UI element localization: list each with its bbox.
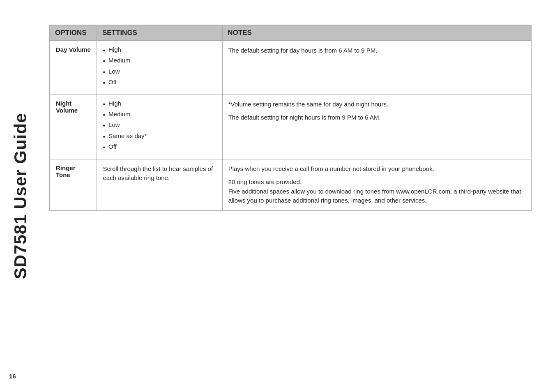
notes-cell-ringer-tone: Plays when you receive a call from a num…	[222, 159, 531, 211]
page-number: 16	[9, 373, 16, 380]
notes-cell-night-volume: *Volume setting remains the same for day…	[222, 95, 531, 159]
list-item: Low	[103, 68, 216, 77]
main-content: OPTIONS SETTINGS NOTES Day Volume High M…	[49, 25, 532, 367]
option-cell-night-volume: Night Volume	[50, 95, 97, 159]
list-item: Low	[103, 121, 216, 130]
option-label-night-volume: Night Volume	[56, 100, 78, 114]
settings-list-day-volume: High Medium Low Off	[103, 46, 216, 88]
table-row: Ringer Tone Scroll through the list to h…	[50, 159, 531, 211]
option-label-ringer-tone: Ringer Tone	[56, 164, 76, 178]
list-item: Medium	[103, 57, 216, 66]
notes-text-ringer-tone: Plays when you receive a call from a num…	[228, 164, 525, 205]
table-row: Day Volume High Medium Low Off The defau…	[50, 41, 531, 95]
settings-list-night-volume: High Medium Low Same as day* Off	[103, 100, 216, 152]
book-title: SD7581 User Guide	[11, 113, 30, 279]
list-item: Off	[103, 78, 216, 88]
notes-text-day-volume: The default setting for day hours is fro…	[228, 46, 525, 55]
col-header-options: OPTIONS	[50, 25, 97, 41]
settings-cell-night-volume: High Medium Low Same as day* Off	[97, 95, 222, 159]
list-item: Medium	[103, 111, 216, 120]
col-header-settings: SETTINGS	[97, 25, 222, 41]
notes-text-night-volume: *Volume setting remains the same for day…	[228, 100, 525, 122]
list-item: High	[103, 100, 216, 109]
list-item: Same as day*	[103, 132, 216, 141]
settings-cell-day-volume: High Medium Low Off	[97, 41, 222, 95]
settings-table: OPTIONS SETTINGS NOTES Day Volume High M…	[49, 25, 532, 211]
notes-cell-day-volume: The default setting for day hours is fro…	[222, 41, 531, 95]
option-label-day-volume: Day Volume	[56, 46, 91, 53]
list-item: Off	[103, 143, 216, 152]
sidebar-title-container: SD7581 User Guide	[0, 0, 41, 392]
option-cell-day-volume: Day Volume	[50, 41, 97, 95]
table-row: Night Volume High Medium Low Same as day…	[50, 95, 531, 159]
settings-cell-ringer-tone: Scroll through the list to hear samples …	[97, 159, 222, 211]
list-item: High	[103, 46, 216, 55]
col-header-notes: NOTES	[222, 25, 531, 41]
option-cell-ringer-tone: Ringer Tone	[50, 159, 97, 211]
settings-text-ringer-tone: Scroll through the list to hear samples …	[103, 165, 213, 182]
